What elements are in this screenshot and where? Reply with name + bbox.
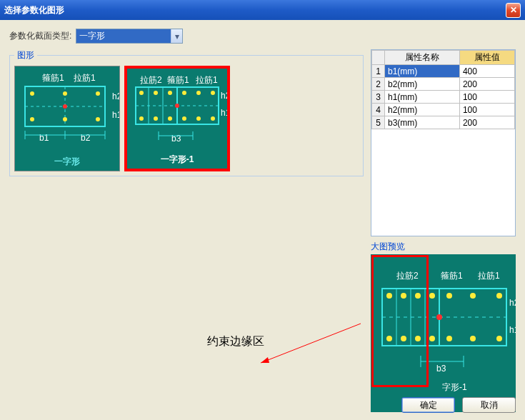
table-row: 3h1(mm)100 <box>372 91 515 104</box>
svg-point-3 <box>30 91 34 96</box>
table-row: 5b3(mm)200 <box>372 116 515 129</box>
table-row: 2b2(mm)200 <box>372 78 515 91</box>
figure-group: 图形 箍筋1 <box>9 49 364 176</box>
window-title: 选择参数化图形 <box>4 4 506 16</box>
content-area: 参数化截面类型: 一字形 ▾ 图形 <box>0 20 525 420</box>
svg-text:h2: h2 <box>221 91 227 101</box>
svg-text:h1: h1 <box>221 108 227 118</box>
svg-text:h1: h1 <box>112 110 119 120</box>
col-value: 属性值 <box>459 51 514 65</box>
svg-text:h2: h2 <box>509 298 516 308</box>
svg-point-66 <box>470 336 476 341</box>
svg-point-5 <box>96 91 100 96</box>
svg-point-36 <box>196 116 201 121</box>
thumb1-label: 一字形 <box>15 156 119 168</box>
svg-point-33 <box>154 116 158 121</box>
svg-point-30 <box>196 91 201 95</box>
svg-point-64 <box>429 336 435 341</box>
svg-point-38 <box>175 104 179 108</box>
property-grid[interactable]: 属性名称 属性值 1b1(mm)400 2b2(mm)200 3h1(mm)10… <box>371 49 516 236</box>
ok-button[interactable]: 确定 <box>401 397 455 413</box>
combo-selected-text: 一字形 <box>76 29 171 43</box>
svg-point-63 <box>415 336 421 341</box>
svg-rect-48 <box>382 289 506 346</box>
preview-diagram: 拉筋2 箍筋1 拉筋1 h2 h1 b3 字形-1 <box>371 254 516 397</box>
svg-point-55 <box>401 293 406 299</box>
rowhead-blank <box>372 51 385 65</box>
svg-text:h2: h2 <box>112 91 119 101</box>
svg-point-27 <box>154 91 158 95</box>
svg-text:拉筋2: 拉筋2 <box>396 271 419 281</box>
close-button[interactable]: ✕ <box>506 3 521 18</box>
svg-point-31 <box>211 91 215 95</box>
svg-point-4 <box>63 91 67 96</box>
svg-point-8 <box>96 117 100 121</box>
chevron-down-icon: ▾ <box>171 29 182 43</box>
svg-point-65 <box>446 336 452 341</box>
thumb-item-1[interactable]: 箍筋1 拉筋1 h2 h1 b1 b2 一字形 <box>14 66 120 171</box>
svg-point-61 <box>386 336 392 341</box>
svg-point-62 <box>401 336 406 341</box>
thumb2-diagram: 拉筋2 箍筋1 拉筋1 h2 h1 b3 <box>127 69 227 156</box>
svg-point-58 <box>446 293 452 299</box>
thumb2-label: 一字形-1 <box>127 154 227 166</box>
svg-text:b1: b1 <box>39 133 49 143</box>
svg-text:字形-1: 字形-1 <box>442 382 467 392</box>
thumb1-diagram: 箍筋1 拉筋1 h2 h1 b1 b2 <box>15 66 119 159</box>
svg-point-6 <box>30 117 34 121</box>
section-type-label: 参数化截面类型: <box>9 30 71 42</box>
preview-pane: 拉筋2 箍筋1 拉筋1 h2 h1 b3 字形-1 <box>371 254 516 412</box>
svg-point-7 <box>63 117 67 121</box>
svg-point-68 <box>436 314 442 320</box>
svg-point-9 <box>63 104 67 109</box>
svg-point-37 <box>211 116 215 121</box>
svg-text:b2: b2 <box>81 133 91 143</box>
svg-text:h1: h1 <box>509 325 516 335</box>
svg-point-60 <box>496 293 502 299</box>
svg-text:b3: b3 <box>171 134 181 144</box>
section-type-combo[interactable]: 一字形 ▾ <box>76 29 183 44</box>
svg-point-29 <box>182 91 186 95</box>
svg-text:拉筋2: 拉筋2 <box>140 75 162 85</box>
svg-text:拉筋1: 拉筋1 <box>478 271 500 281</box>
cancel-button[interactable]: 取消 <box>462 397 516 413</box>
svg-text:箍筋1: 箍筋1 <box>42 73 64 83</box>
svg-point-59 <box>470 293 476 299</box>
svg-point-35 <box>182 116 186 121</box>
table-row: 1b1(mm)400 <box>372 65 515 78</box>
svg-point-54 <box>386 293 392 299</box>
svg-point-57 <box>429 293 435 299</box>
svg-point-34 <box>168 116 172 121</box>
figure-legend: 图形 <box>14 49 37 61</box>
svg-text:拉筋1: 拉筋1 <box>196 75 218 85</box>
thumb-item-2[interactable]: 拉筋2 箍筋1 拉筋1 h2 h1 b3 一字形-1 <box>124 66 230 171</box>
svg-text:拉筋1: 拉筋1 <box>74 73 96 83</box>
preview-label: 大图预览 <box>371 241 516 253</box>
titlebar: 选择参数化图形 ✕ <box>0 0 525 20</box>
svg-point-56 <box>415 293 421 299</box>
svg-point-67 <box>496 336 502 341</box>
annotation-text: 约束边缘区 <box>207 334 264 349</box>
col-name: 属性名称 <box>385 51 460 65</box>
svg-point-26 <box>139 91 144 95</box>
svg-text:b3: b3 <box>436 364 446 374</box>
svg-text:箍筋1: 箍筋1 <box>167 75 189 85</box>
svg-text:箍筋1: 箍筋1 <box>441 271 463 281</box>
svg-point-32 <box>139 116 144 121</box>
svg-point-28 <box>168 91 172 95</box>
table-row: 4h2(mm)100 <box>372 104 515 116</box>
